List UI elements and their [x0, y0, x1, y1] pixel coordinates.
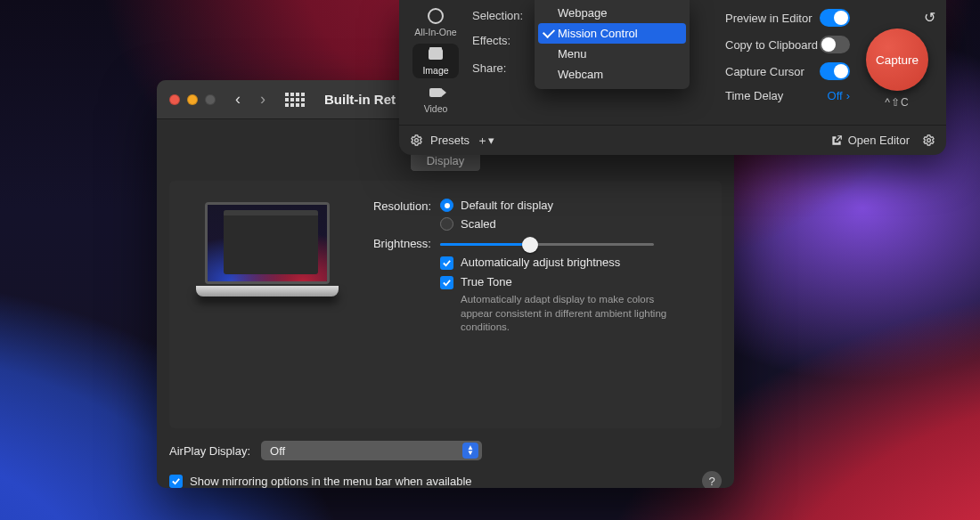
target-icon — [428, 8, 444, 24]
add-preset-button[interactable]: ＋▾ — [477, 133, 494, 149]
copy-to-clipboard-label: Copy to Clipboard — [725, 38, 818, 52]
resolution-label: Resolution: — [358, 199, 431, 213]
preview-in-editor-label: Preview in Editor — [725, 12, 813, 25]
resolution-scaled-radio[interactable]: Scaled — [440, 217, 553, 231]
capture-cursor-toggle[interactable] — [820, 62, 850, 80]
mode-image-label: Image — [422, 65, 448, 76]
svg-point-1 — [927, 139, 931, 142]
resolution-default-radio[interactable]: Default for display — [440, 199, 553, 212]
resolution-default-label: Default for display — [461, 199, 553, 212]
capture-button[interactable]: Capture — [866, 28, 928, 91]
selection-dropdown: Webpage Mission Control Menu Webcam — [535, 0, 690, 89]
back-button[interactable]: ‹ — [230, 90, 246, 109]
capture-shortcut: ^⇧C — [885, 96, 909, 109]
brightness-label: Brightness: — [358, 236, 431, 250]
dropdown-item-webcam[interactable]: Webcam — [538, 64, 686, 85]
resolution-scaled-label: Scaled — [461, 217, 496, 231]
true-tone-description: Automatically adapt display to make colo… — [461, 293, 683, 335]
show-all-prefs-button[interactable] — [285, 92, 305, 108]
checkbox-checked-icon — [440, 256, 453, 270]
mode-image[interactable]: Image — [412, 44, 459, 78]
zoom-window-button[interactable] — [205, 94, 216, 105]
show-mirroring-label: Show mirroring options in the menu bar w… — [190, 475, 472, 488]
brightness-slider[interactable] — [440, 243, 654, 246]
dropdown-item-menu[interactable]: Menu — [538, 44, 686, 64]
auto-brightness-label: Automatically adjust brightness — [461, 256, 620, 269]
settings-button[interactable] — [922, 134, 935, 147]
time-delay-label: Time Delay — [725, 89, 783, 102]
select-stepper-icon: ▲▼ — [462, 443, 478, 459]
close-window-button[interactable] — [169, 94, 180, 105]
show-mirroring-checkbox[interactable]: Show mirroring options in the menu bar w… — [169, 475, 472, 488]
airplay-display-label: AirPlay Display: — [169, 444, 250, 458]
display-preview-image — [196, 202, 339, 297]
open-editor-button[interactable]: Open Editor — [830, 134, 910, 147]
forward-button: › — [255, 90, 271, 109]
open-editor-label: Open Editor — [848, 134, 910, 147]
video-icon — [428, 85, 444, 101]
auto-brightness-checkbox[interactable]: Automatically adjust brightness — [440, 256, 702, 270]
help-button[interactable]: ? — [702, 471, 722, 488]
window-title: Built-in Ret — [324, 92, 396, 107]
capture-cursor-label: Capture Cursor — [725, 65, 804, 78]
radio-unselected-icon — [440, 217, 453, 231]
time-delay-value: Off — [828, 89, 843, 102]
radio-selected-icon — [440, 199, 453, 212]
airplay-display-select[interactable]: Off ▲▼ — [261, 441, 482, 460]
preview-in-editor-toggle[interactable] — [820, 9, 850, 27]
window-traffic-lights — [169, 94, 216, 105]
true-tone-checkbox[interactable]: True Tone — [440, 275, 702, 289]
checkbox-checked-icon — [169, 475, 183, 488]
mode-all-in-one[interactable]: All-In-One — [412, 5, 459, 40]
time-delay-button[interactable]: Off › — [828, 89, 850, 102]
mode-all-in-one-label: All-In-One — [414, 27, 456, 37]
copy-to-clipboard-toggle[interactable] — [820, 36, 850, 53]
camera-icon — [428, 46, 444, 62]
checkbox-checked-icon — [440, 276, 453, 289]
dropdown-item-mission-control[interactable]: Mission Control — [538, 23, 686, 44]
mode-video-label: Video — [424, 103, 448, 114]
undo-button[interactable]: ↺ — [924, 9, 935, 23]
chevron-right-icon: › — [846, 89, 850, 102]
mode-video[interactable]: Video — [412, 82, 459, 117]
capture-button-label: Capture — [876, 53, 919, 67]
open-external-icon — [830, 134, 843, 147]
gear-icon — [410, 134, 423, 147]
true-tone-label: True Tone — [461, 275, 512, 288]
display-settings-panel: Resolution: Default for display Scaled B… — [169, 181, 722, 428]
presets-button[interactable]: Presets — [430, 134, 470, 147]
airplay-display-value: Off — [270, 444, 285, 458]
dropdown-item-webpage[interactable]: Webpage — [538, 3, 686, 23]
slider-knob-icon[interactable] — [522, 237, 538, 253]
minimize-window-button[interactable] — [187, 94, 198, 105]
selection-label: Selection: — [472, 9, 535, 22]
share-label: Share: — [472, 61, 535, 75]
svg-point-0 — [415, 139, 419, 142]
effects-label: Effects: — [472, 34, 535, 47]
